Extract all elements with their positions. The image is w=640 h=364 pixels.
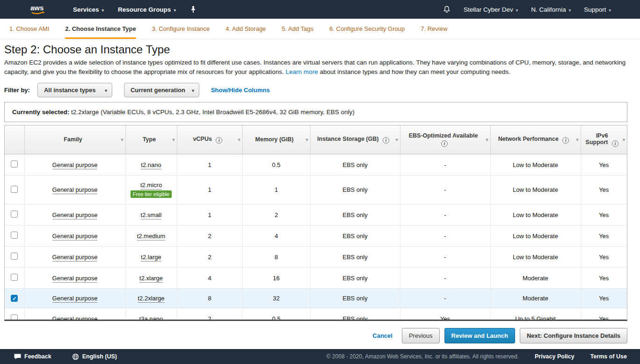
memory-value: 2 — [242, 204, 310, 226]
ipv6-support-value: Yes — [581, 204, 627, 226]
row-checkbox[interactable] — [11, 314, 18, 321]
wizard-step-5-add-tags[interactable]: 5. Add Tags — [282, 25, 313, 39]
column-label: Type — [143, 136, 156, 143]
terms-of-use-link[interactable]: Terms of Use — [590, 353, 627, 360]
aws-logo[interactable]: aws — [29, 3, 49, 15]
column-header-network-performance[interactable]: Network Performance — [490, 125, 581, 154]
instance-storage-value: EBS only — [310, 204, 400, 226]
privacy-policy-link[interactable]: Privacy Policy — [535, 353, 575, 360]
memory-value: 1 — [242, 175, 310, 204]
filter-bar: Filter by: All instance types Current ge… — [4, 83, 627, 97]
instance-type-filter-dropdown[interactable]: All instance types — [37, 83, 112, 97]
sort-caret-icon — [576, 136, 578, 143]
previous-button[interactable]: Previous — [402, 328, 440, 343]
wizard-step-2-choose-instance-type[interactable]: 2. Choose Instance Type — [65, 25, 136, 39]
wizard-step-1-choose-ami[interactable]: 1. Choose AMI — [9, 25, 49, 39]
nav-account-menu[interactable]: Stellar Cyber Dev — [464, 6, 518, 13]
instance-row-t3a.nano[interactable]: General purposet3a.nano20.5EBS onlyYesUp… — [5, 308, 627, 321]
row-checkbox[interactable] — [11, 253, 18, 260]
column-label: vCPUs — [193, 136, 212, 142]
row-checkbox-checked[interactable] — [11, 295, 18, 302]
column-header-memory[interactable]: Memory (GiB) — [242, 125, 310, 154]
column-header-instance-storage[interactable]: Instance Storage (GB) — [310, 125, 400, 154]
instance-row-t2.medium[interactable]: General purposet2.medium24EBS only-Low t… — [5, 226, 627, 247]
ipv6-support-value: Yes — [581, 175, 627, 204]
column-header-ipv6-support[interactable]: IPv6 Support — [581, 125, 627, 154]
row-checkbox[interactable] — [11, 232, 18, 239]
family-value: General purpose — [52, 186, 98, 194]
column-label: Instance Storage (GB) — [317, 136, 378, 142]
memory-value: 4 — [242, 226, 310, 247]
network-performance-value: Low to Moderate — [490, 247, 581, 268]
ipv6-support-value: Yes — [581, 154, 627, 175]
pinned-shortcut-button[interactable] — [190, 6, 196, 13]
next-configure-instance-details-button[interactable]: Next: Configure Instance Details — [520, 328, 627, 343]
cancel-link[interactable]: Cancel — [372, 332, 393, 339]
main-content: Step 2: Choose an Instance Type Amazon E… — [0, 39, 640, 323]
nav-support-menu[interactable]: Support — [584, 6, 611, 13]
row-checkbox[interactable] — [11, 186, 18, 193]
instance-row-t2.2xlarge[interactable]: General purposet2.2xlarge832EBS only-Mod… — [5, 289, 627, 308]
info-icon[interactable] — [562, 137, 569, 144]
memory-value: 0.5 — [242, 308, 310, 321]
wizard-step-4-add-storage[interactable]: 4. Add Storage — [225, 25, 266, 39]
show-hide-columns-link[interactable]: Show/Hide Columns — [211, 87, 270, 94]
family-value: General purpose — [52, 315, 98, 321]
info-icon[interactable] — [612, 140, 618, 147]
aws-footer: Feedback English (US) © 2008 - 2020, Ama… — [0, 349, 640, 364]
family-value: General purpose — [52, 275, 98, 283]
row-checkbox[interactable] — [11, 274, 18, 281]
ipv6-support-value: Yes — [581, 247, 627, 268]
wizard-step-6-configure-security-group[interactable]: 6. Configure Security Group — [329, 25, 405, 39]
column-label: Memory (GiB) — [255, 136, 294, 143]
instance-row-t2.xlarge[interactable]: General purposet2.xlarge416EBS only-Mode… — [5, 268, 627, 289]
nav-services[interactable]: Services — [73, 6, 104, 13]
type-value: t2.large — [141, 254, 161, 262]
instance-row-t2.small[interactable]: General purposet2.small12EBS only-Low to… — [5, 204, 627, 226]
column-header-type[interactable]: Type — [125, 125, 177, 154]
wizard-steps-bar: 1. Choose AMI 2. Choose Instance Type 3.… — [0, 19, 640, 39]
instance-storage-value: EBS only — [310, 289, 400, 308]
ebs-optimized-value: - — [400, 268, 490, 289]
free-tier-badge: Free tier eligible — [131, 190, 172, 198]
learn-more-link[interactable]: Learn more — [286, 68, 318, 75]
column-header-family[interactable]: Family — [24, 125, 125, 154]
column-header-vcpus[interactable]: vCPUs — [177, 125, 242, 154]
instance-row-t2.nano[interactable]: General purposet2.nano10.5EBS only-Low t… — [5, 154, 627, 175]
nav-resource-groups[interactable]: Resource Groups — [118, 6, 176, 13]
language-selector[interactable]: English (US) — [72, 353, 117, 360]
instance-row-t2.large[interactable]: General purposet2.large28EBS only-Low to… — [5, 247, 627, 268]
instance-row-t2.micro[interactable]: General purposet2.microFree tier eligibl… — [5, 175, 627, 204]
chevron-down-icon — [609, 6, 611, 13]
instance-storage-value: EBS only — [310, 226, 400, 247]
column-label: Family — [64, 136, 82, 143]
generation-filter-dropdown[interactable]: Current generation — [124, 83, 199, 97]
row-checkbox[interactable] — [11, 160, 18, 167]
network-performance-value: Low to Moderate — [490, 226, 581, 247]
wizard-step-7-review[interactable]: 7. Review — [421, 25, 447, 39]
review-and-launch-button[interactable]: Review and Launch — [444, 328, 515, 343]
type-value: t2.micro — [140, 182, 162, 189]
family-value: General purpose — [52, 233, 98, 240]
table-header-row: Family Type vCPUs Me — [5, 125, 627, 154]
row-checkbox[interactable] — [11, 211, 18, 218]
nav-region-menu[interactable]: N. California — [531, 6, 571, 13]
info-icon[interactable] — [441, 140, 448, 147]
notifications-button[interactable] — [443, 6, 451, 14]
svg-text:aws: aws — [30, 4, 44, 12]
instance-type-table: Family Type vCPUs Me — [4, 125, 627, 321]
column-header-ebs-optimized[interactable]: EBS-Optimized Available — [400, 125, 490, 154]
info-icon[interactable] — [216, 137, 222, 144]
region-name-label: N. California — [531, 6, 566, 13]
vcpus-value: 1 — [177, 154, 242, 175]
globe-icon — [72, 353, 79, 360]
type-value: t3a.nano — [139, 315, 163, 321]
ipv6-support-value: Yes — [581, 289, 627, 308]
wizard-step-3-configure-instance[interactable]: 3. Configure Instance — [152, 25, 210, 39]
feedback-button[interactable]: Feedback — [14, 353, 51, 360]
network-performance-value: Low to Moderate — [490, 204, 581, 226]
network-performance-value: Up to 5 Gigabit — [490, 308, 581, 321]
sort-caret-icon — [172, 136, 175, 143]
info-icon[interactable] — [383, 137, 389, 144]
support-label: Support — [584, 6, 606, 13]
